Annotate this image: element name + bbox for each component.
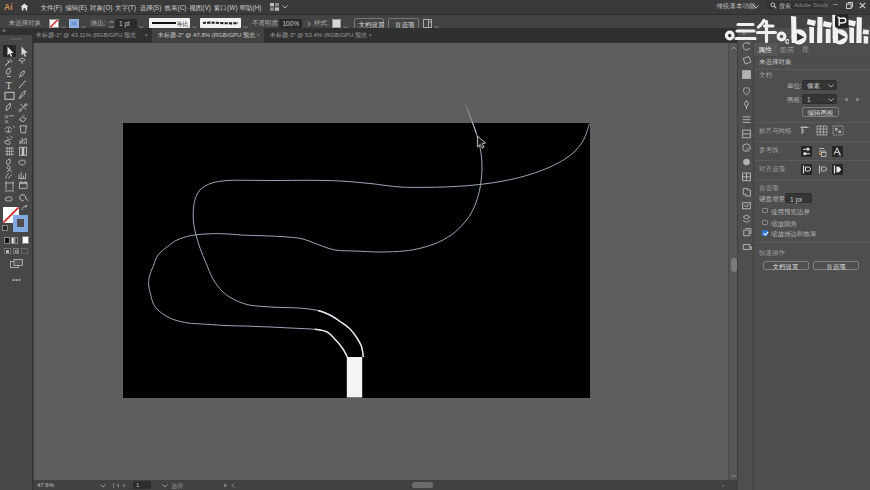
- svg-text:T: T: [6, 80, 13, 91]
